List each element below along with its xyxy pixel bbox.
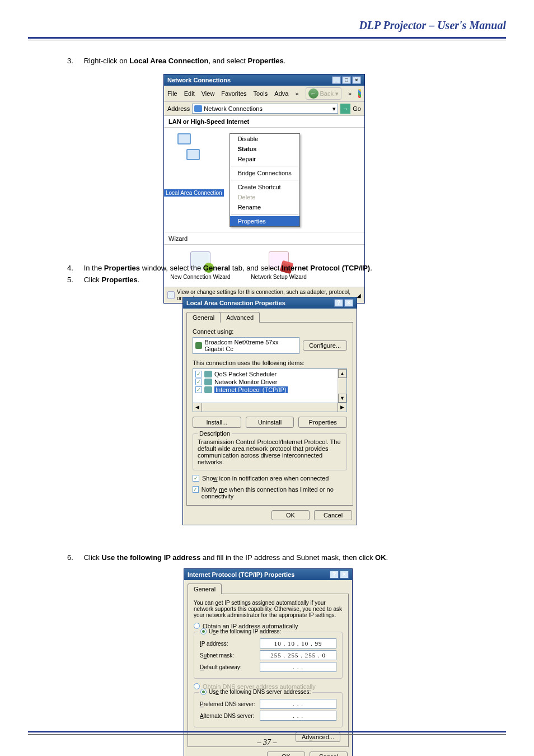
properties-button[interactable]: Properties bbox=[298, 417, 347, 428]
radio-label: Use the following IP address: bbox=[209, 628, 281, 634]
minimize-button[interactable]: _ bbox=[332, 76, 341, 84]
step-text: Click bbox=[84, 276, 102, 284]
checkbox-icon: ✓ bbox=[193, 486, 199, 493]
install-button[interactable]: Install... bbox=[193, 417, 241, 428]
subnet-label: Subnet mask: bbox=[200, 652, 260, 659]
separator bbox=[231, 180, 298, 180]
uninstall-button[interactable]: Uninstall bbox=[246, 417, 294, 428]
step-5: 5. Click Properties. bbox=[67, 276, 139, 284]
toolbar-overflow-icon[interactable]: » bbox=[348, 90, 352, 97]
static-ip-group: Use the following IP address: IP address… bbox=[194, 632, 343, 679]
back-button[interactable]: ← Back ▾ bbox=[306, 87, 341, 100]
titlebar: Local Area Connection Properties ? × bbox=[183, 297, 357, 309]
ok-button[interactable]: OK bbox=[267, 752, 305, 756]
menu-advanced[interactable]: Adva bbox=[274, 90, 288, 97]
show-icon-checkbox[interactable]: ✓Show icon in notification area when con… bbox=[193, 475, 347, 482]
use-dns-radio[interactable]: Use the following DNS server addresses: bbox=[199, 689, 312, 695]
lac-properties-dialog: Local Area Connection Properties ? × Gen… bbox=[182, 297, 357, 525]
ip-label: IP address: bbox=[200, 641, 260, 647]
adns-label: Alternate DNS server: bbox=[200, 713, 260, 719]
h-scrollbar[interactable]: ◀▶ bbox=[193, 403, 347, 412]
step-bold: Properties bbox=[247, 57, 283, 65]
step-text: In the bbox=[84, 264, 104, 272]
list-item[interactable]: ✓QoS Packet Scheduler bbox=[194, 370, 345, 378]
ctx-bridge[interactable]: Bridge Connections bbox=[230, 168, 299, 178]
scroll-up-icon[interactable]: ▲ bbox=[338, 369, 346, 378]
scroll-left-icon[interactable]: ◀ bbox=[193, 403, 202, 412]
gateway-field[interactable]: . . . bbox=[260, 662, 336, 672]
back-label: Back bbox=[320, 90, 334, 97]
tab-general[interactable]: General bbox=[186, 312, 221, 323]
ctx-shortcut[interactable]: Create Shortcut bbox=[230, 182, 299, 192]
gateway-label: Default gateway: bbox=[200, 664, 260, 670]
menubar: File Edit View Favorites Tools Adva » ← … bbox=[164, 86, 364, 101]
notify-checkbox[interactable]: ✓Notify me when this connection has limi… bbox=[193, 486, 347, 500]
step-text: , and select bbox=[208, 57, 247, 65]
step-bold: Local Area Connection bbox=[129, 57, 208, 65]
checkbox-icon[interactable]: ✓ bbox=[195, 379, 202, 385]
ctx-status-label: Status bbox=[238, 146, 257, 152]
configure-button[interactable]: Configure... bbox=[303, 340, 347, 351]
description-group: Description Transmission Control Protoco… bbox=[193, 433, 347, 470]
scroll-right-icon[interactable]: ▶ bbox=[338, 403, 346, 412]
close-button[interactable]: × bbox=[344, 299, 353, 307]
checkbox-icon[interactable]: ✓ bbox=[195, 386, 202, 393]
address-field[interactable]: Network Connections ▾ bbox=[192, 104, 338, 114]
checkbox-icon: ✓ bbox=[193, 475, 199, 482]
go-button[interactable]: → bbox=[340, 104, 350, 114]
ip-address-field[interactable]: 10 . 10 . 10 . 99 bbox=[260, 638, 336, 648]
separator bbox=[231, 214, 298, 214]
checkbox-label: Notify me when this connection has limit… bbox=[202, 486, 347, 500]
close-button[interactable]: × bbox=[340, 571, 349, 578]
list-item-selected[interactable]: ✓Internet Protocol (TCP/IP) bbox=[194, 386, 345, 394]
menu-view[interactable]: View bbox=[202, 90, 215, 97]
protocol-icon bbox=[204, 379, 212, 385]
menu-edit[interactable]: Edit bbox=[184, 90, 195, 97]
help-button[interactable]: ? bbox=[334, 299, 343, 307]
ctx-status[interactable]: Status bbox=[230, 144, 299, 154]
protocol-icon bbox=[204, 371, 212, 377]
maximize-button[interactable]: □ bbox=[342, 76, 351, 84]
radio-icon bbox=[200, 689, 207, 695]
resize-grip-icon[interactable]: ◢ bbox=[357, 292, 361, 298]
ctx-disable[interactable]: Disable bbox=[230, 134, 299, 144]
tab-general[interactable]: General bbox=[188, 584, 222, 594]
subnet-mask-field[interactable]: 255 . 255 . 255 . 0 bbox=[260, 650, 336, 660]
scrollbar[interactable]: ▲▼ bbox=[338, 369, 346, 403]
step-text: . bbox=[284, 57, 286, 65]
ctx-properties[interactable]: Properties bbox=[230, 216, 299, 226]
pdns-label: Preferred DNS server: bbox=[200, 701, 260, 707]
menu-file[interactable]: File bbox=[167, 90, 177, 97]
cancel-button[interactable]: Cancel bbox=[314, 510, 352, 520]
ok-button[interactable]: OK bbox=[271, 510, 310, 520]
preferred-dns-field[interactable]: . . . bbox=[260, 699, 336, 709]
titlebar: Network Connections _ □ × bbox=[164, 74, 364, 86]
lan-connection-icon[interactable] bbox=[177, 133, 201, 160]
checkbox-icon[interactable]: ✓ bbox=[195, 371, 202, 377]
lan-connection-label[interactable]: Local Area Connection bbox=[164, 189, 224, 197]
scroll-down-icon[interactable]: ▼ bbox=[338, 394, 346, 403]
ctx-rename[interactable]: Rename bbox=[230, 202, 299, 212]
tcpip-properties-dialog: Internet Protocol (TCP/IP) Properties ? … bbox=[184, 568, 353, 756]
list-item[interactable]: ✓Network Monitor Driver bbox=[194, 378, 345, 386]
step-bold: Use the following IP address bbox=[101, 553, 200, 562]
protocol-list[interactable]: ✓QoS Packet Scheduler ✓Network Monitor D… bbox=[193, 368, 347, 403]
menu-tools[interactable]: Tools bbox=[254, 90, 268, 97]
step-text: . bbox=[138, 276, 140, 284]
menu-overflow-icon[interactable]: » bbox=[295, 90, 298, 97]
menu-favorites[interactable]: Favorites bbox=[221, 90, 246, 97]
help-button[interactable]: ? bbox=[330, 571, 339, 578]
intro-text: You can get IP settings assigned automat… bbox=[194, 600, 343, 618]
item-label: Network Monitor Driver bbox=[214, 379, 277, 385]
tab-advanced[interactable]: Advanced bbox=[220, 312, 260, 323]
step-bold: Properties bbox=[101, 276, 137, 284]
cancel-button[interactable]: Cancel bbox=[310, 752, 348, 756]
step-3: 3. Right-click on Local Area Connection,… bbox=[67, 56, 498, 66]
dropdown-icon[interactable]: ▾ bbox=[332, 105, 336, 113]
close-button[interactable]: × bbox=[352, 76, 361, 84]
item-label: QoS Packet Scheduler bbox=[214, 371, 277, 377]
ctx-repair[interactable]: Repair bbox=[230, 154, 299, 164]
radio-icon bbox=[200, 628, 207, 634]
alternate-dns-field[interactable]: . . . bbox=[260, 711, 336, 721]
use-ip-radio[interactable]: Use the following IP address: bbox=[199, 628, 283, 634]
